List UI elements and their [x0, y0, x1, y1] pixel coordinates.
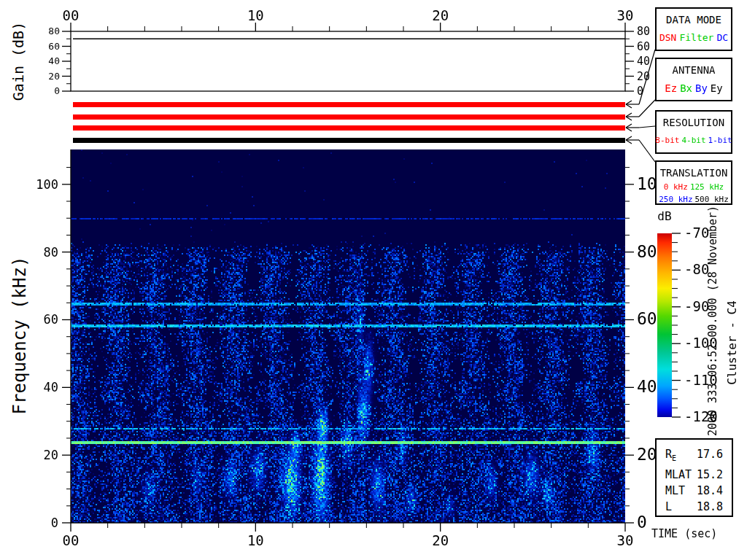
freq-tick-label: 100	[36, 177, 58, 192]
resolution-8bit: 8-bit	[655, 136, 679, 145]
gain-tick-label-right: 20	[637, 70, 650, 83]
spectrogram-canvas	[71, 149, 625, 523]
legend-connector-arrowhead	[626, 113, 632, 117]
resolution-4bit: 4-bit	[681, 136, 705, 145]
gain-tick-label: 40	[48, 55, 60, 66]
gain-panel-frame	[71, 31, 625, 91]
translation-legend: TRANSLATION 0 kHz 125 kHz 250 kHz 500 kH…	[655, 160, 732, 205]
gain-time-tick-label: 00	[63, 7, 80, 23]
colorbar-db-label: dB	[654, 209, 676, 223]
data-mode-dc: DC	[716, 32, 728, 43]
legend-connector	[639, 50, 655, 104]
data-mode-title: DATA MODE	[657, 14, 731, 26]
translation-250khz: 250 kHz	[659, 195, 692, 204]
time-tick-label: 30	[617, 532, 634, 548]
legend-connector	[639, 100, 655, 117]
translation-title: TRANSLATION	[657, 167, 731, 179]
time-tick-label: 10	[247, 532, 264, 548]
gain-tick-label-right: 80	[637, 25, 650, 38]
resolution-bar	[73, 125, 625, 131]
gain-tick-label-right: 60	[637, 40, 650, 53]
gain-time-tick-label: 20	[432, 7, 449, 23]
mlt-value: 18.4	[697, 483, 723, 499]
freq-tick-label-right: 0	[637, 513, 647, 532]
freq-tick-label: 20	[44, 448, 58, 462]
gain-tick-label: 20	[48, 71, 60, 82]
legend-connector-arrowhead	[626, 104, 632, 108]
time-tick-label: 20	[432, 532, 449, 548]
legend-connector-arrowhead	[626, 128, 632, 131]
legend-connector-arrowhead	[626, 117, 632, 120]
freq-tick-label: 60	[44, 312, 58, 327]
antenna-legend: ANTENNA Ez Bx By Ey	[655, 58, 732, 101]
ephemeris-row-l: L 18.8	[665, 499, 723, 515]
l-value: 18.8	[697, 499, 723, 515]
freq-tick-label-right: 40	[637, 377, 657, 396]
antenna-bar	[73, 114, 625, 120]
ephemeris-row-re: RE 17.6	[665, 446, 723, 467]
freq-axis-label: Frequency (kHz)	[9, 257, 30, 415]
antenna-bx: Bx	[680, 82, 692, 94]
translation-0khz: 0 kHz	[664, 182, 688, 192]
spacecraft-label: Cluster - C4	[725, 300, 739, 385]
freq-tick-label: 40	[44, 380, 58, 394]
gain-time-tick-label: 30	[617, 7, 634, 23]
legend-connector-arrowhead	[626, 136, 632, 140]
freq-tick-label-right: 80	[637, 242, 657, 261]
freq-tick-label: 0	[51, 516, 58, 530]
legend-connector-arrowhead	[626, 124, 632, 128]
gain-time-tick-label: 10	[247, 7, 264, 23]
data-mode-legend: DATA MODE DSN Filter DC	[655, 7, 732, 51]
translation-500khz: 500 kHz	[695, 195, 729, 204]
data-mode-bar	[73, 102, 625, 107]
translation-125khz: 125 kHz	[690, 182, 724, 192]
ephemeris-row-mlt: MLT 18.4	[665, 483, 723, 499]
gain-axis-label: Gain (dB)	[9, 22, 27, 101]
gain-tick-label-right: 40	[637, 55, 650, 68]
resolution-title: RESOLUTION	[657, 117, 731, 128]
datetime-label: 2000 333 06:52:00.000 (28 November)	[706, 206, 719, 436]
translation-bar	[73, 138, 625, 143]
resolution-1bit: 1-bit	[708, 136, 732, 145]
antenna-ey: Ey	[711, 82, 723, 94]
freq-tick-label: 80	[44, 245, 58, 260]
legend-connector	[639, 126, 655, 128]
time-axis-label: TIME (sec)	[651, 527, 717, 540]
legend-connector	[639, 140, 655, 162]
mlat-value: 15.2	[697, 467, 723, 483]
colorbar	[657, 233, 672, 417]
data-mode-dsn: DSN	[659, 32, 676, 43]
antenna-ez: Ez	[665, 82, 677, 94]
gain-tick-label-right: 0	[637, 85, 643, 98]
re-value: 17.6	[697, 446, 723, 467]
data-mode-filter: Filter	[679, 32, 713, 43]
freq-tick-label-right: 60	[637, 309, 657, 328]
legend-connector-arrowhead	[626, 101, 632, 104]
ephemeris-box: RE 17.6 MLAT 15.2 MLT 18.4 L 18.8	[655, 438, 733, 517]
antenna-by: By	[695, 82, 708, 94]
freq-tick-label-right: 20	[637, 445, 657, 464]
gain-tick-label: 0	[54, 85, 60, 96]
antenna-title: ANTENNA	[657, 64, 731, 76]
ephemeris-row-mlat: MLAT 15.2	[665, 467, 723, 483]
resolution-legend: RESOLUTION 8-bit 4-bit 1-bit	[655, 110, 732, 154]
legend-connector-arrowhead	[626, 140, 632, 144]
gain-tick-label: 80	[48, 26, 60, 36]
gain-tick-label: 60	[48, 41, 60, 52]
time-tick-label: 00	[63, 532, 80, 548]
